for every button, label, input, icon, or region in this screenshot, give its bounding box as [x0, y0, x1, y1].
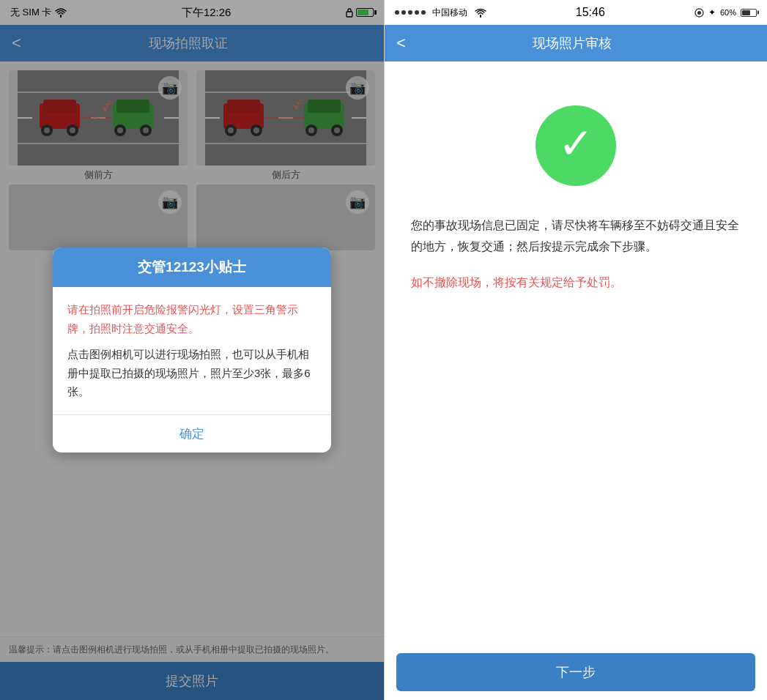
signal-dots: 中国移动 [395, 7, 486, 19]
dialog-header: 交管12123小贴士 [53, 247, 331, 287]
dialog-box: 交管12123小贴士 请在拍照前开启危险报警闪光灯，设置三角警示牌，拍照时注意交… [53, 247, 331, 453]
bluetooth-icon: ✦ [708, 7, 716, 18]
dialog-title: 交管12123小贴士 [138, 259, 246, 275]
audio-icon [694, 8, 704, 18]
wifi-icon-right [475, 8, 486, 18]
carrier-right: 中国移动 [432, 7, 467, 19]
back-button-right[interactable]: < [396, 34, 406, 53]
checkmark-icon: ✓ [558, 122, 594, 165]
status-bar-right: 中国移动 15:46 ✦ 60% [385, 0, 767, 25]
dialog-black-text: 点击图例相机可以进行现场拍照，也可以从手机相册中提取已拍摄的现场照片，照片至少3… [67, 345, 316, 401]
success-circle: ✓ [536, 105, 616, 186]
dot4 [415, 10, 419, 15]
warning-text: 如不撤除现场，将按有关规定给予处罚。 [411, 272, 741, 294]
nav-title-right: 现场照片审核 [412, 34, 733, 52]
right-phone: 中国移动 15:46 ✦ 60% < 现场照片审 [384, 0, 767, 700]
time-display-right: 15:46 [576, 6, 605, 19]
left-phone: 无 SIM 卡 下午12:26 < 现场拍照取证 [0, 0, 384, 700]
next-button-container: 下一步 [385, 644, 767, 700]
next-button[interactable]: 下一步 [396, 653, 755, 691]
svg-point-47 [697, 11, 701, 15]
dot2 [401, 10, 406, 15]
nav-bar-right: < 现场照片审核 [385, 25, 767, 62]
dialog-body: 请在拍照前开启危险报警闪光灯，设置三角警示牌，拍照时注意交通安全。 点击图例相机… [53, 287, 331, 401]
dot3 [408, 10, 412, 15]
right-icons: ✦ 60% [694, 7, 757, 18]
battery-icon-right [741, 9, 757, 17]
dot5 [421, 10, 426, 15]
dialog-overlay: 交管12123小贴士 请在拍照前开启危险报警闪光灯，设置三角警示牌，拍照时注意交… [0, 0, 384, 700]
battery-pct-text: 60% [720, 8, 736, 17]
battery-fill-right [742, 10, 750, 15]
dialog-confirm-button[interactable]: 确定 [53, 415, 331, 453]
dialog-red-text: 请在拍照前开启危险报警闪光灯，设置三角警示牌，拍照时注意交通安全。 [67, 300, 316, 338]
dot1 [395, 10, 399, 15]
right-content: ✓ 您的事故现场信息已固定，请尽快将车辆移至不妨碍交通且安全的地方，恢复交通；然… [385, 62, 767, 644]
main-text: 您的事故现场信息已固定，请尽快将车辆移至不妨碍交通且安全的地方，恢复交通；然后按… [411, 215, 741, 258]
